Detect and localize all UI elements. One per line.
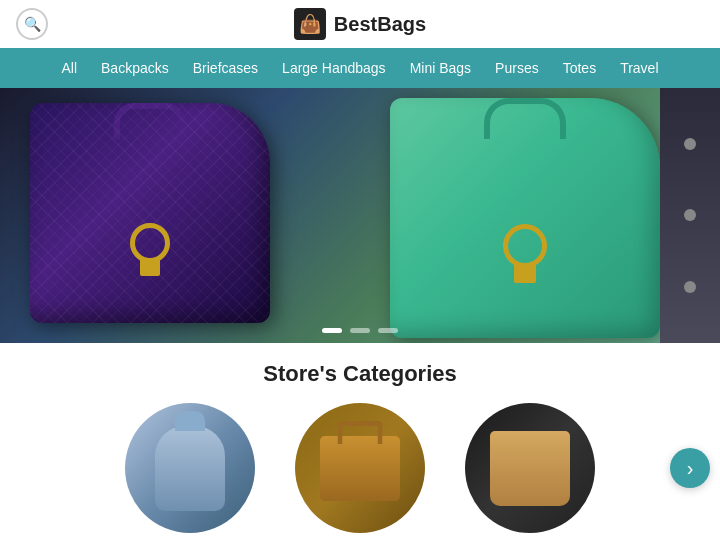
bag-lock-left [130,223,170,263]
category-circle-briefcase [295,403,425,533]
category-circle-backpack [125,403,255,533]
nav-item-briefcases[interactable]: Briefcases [193,60,258,76]
search-icon: 🔍 [24,16,41,32]
decor-dot-2 [684,209,696,221]
carousel-dot-2[interactable] [350,328,370,333]
nav-item-purses[interactable]: Purses [495,60,539,76]
logo-text: BestBags [334,13,426,36]
carousel-dot-1[interactable] [322,328,342,333]
category-item-backpack[interactable] [125,403,255,533]
hero-banner [0,88,720,343]
logo-icon: 👜 [294,8,326,40]
nav-item-all[interactable]: All [61,60,77,76]
category-item-briefcase[interactable] [295,403,425,533]
nav-item-travel[interactable]: Travel [620,60,658,76]
categories-section: Store's Categories › [0,343,720,540]
header: 🔍 👜 BestBags [0,0,720,48]
hero-right-decor [660,88,720,343]
hero-bag-right [390,98,660,338]
search-button[interactable]: 🔍 [16,8,48,40]
decor-dot-3 [684,281,696,293]
bag-lock-right [503,224,547,268]
logo: 👜 BestBags [294,8,426,40]
decor-dot-1 [684,138,696,150]
chevron-right-icon: › [687,457,694,480]
carousel-dot-3[interactable] [378,328,398,333]
nav-item-backpacks[interactable]: Backpacks [101,60,169,76]
main-nav: All Backpacks Briefcases Large Handbags … [0,48,720,88]
carousel-dots [322,328,398,333]
briefcase-icon [320,436,400,501]
categories-row: › [0,403,720,533]
category-item-tote[interactable] [465,403,595,533]
tote-icon [490,431,570,506]
next-arrow-button[interactable]: › [670,448,710,488]
hero-bag-left [30,103,270,323]
nav-item-mini-bags[interactable]: Mini Bags [410,60,471,76]
bag-icon: 👜 [299,13,321,35]
backpack-icon [155,426,225,511]
nav-item-large-handbags[interactable]: Large Handbags [282,60,386,76]
category-circle-tote [465,403,595,533]
nav-item-totes[interactable]: Totes [563,60,596,76]
categories-title: Store's Categories [0,361,720,387]
